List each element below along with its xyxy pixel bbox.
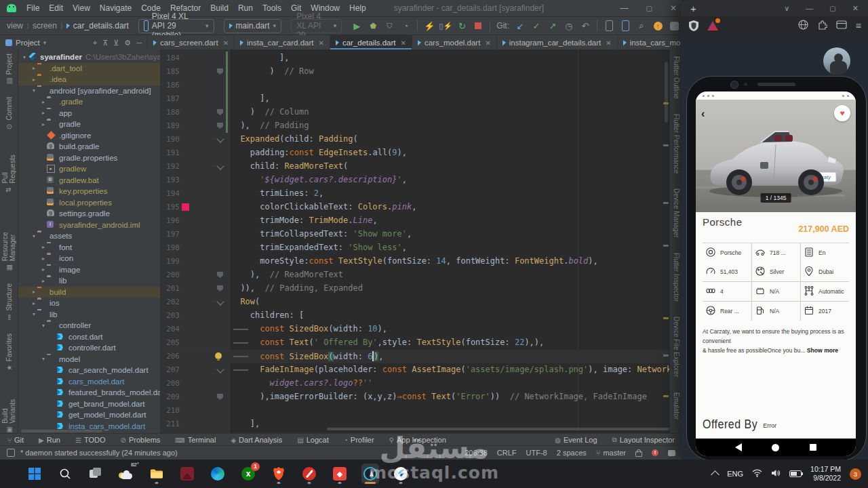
tool-button-profiler[interactable]: ◔Profiler xyxy=(344,436,374,444)
code-line[interactable]: 209),imageErrorBuilder: (x,y,z)⇒const Te… xyxy=(161,390,669,404)
project-tree-item[interactable]: ▾assets xyxy=(18,230,160,242)
hot-reload-button[interactable]: ⚡ xyxy=(422,19,437,33)
code-line[interactable]: 196trimMode: TrimMode.Line, xyxy=(161,214,669,228)
brave-browser-icon[interactable] xyxy=(270,464,288,484)
lock-icon[interactable] xyxy=(635,451,642,457)
editor-tab[interactable]: car_details.dart✕ xyxy=(330,35,412,50)
git-update-button[interactable]: ↙ xyxy=(513,19,528,33)
project-tree-item[interactable]: ⚙gradlew.bat xyxy=(18,175,160,186)
editor-tab[interactable]: insta_cars_model.dart✕ xyxy=(618,35,682,50)
project-tree-item[interactable]: ▾controller xyxy=(18,320,160,331)
tray-expand-icon[interactable] xyxy=(711,470,719,479)
device-selector[interactable]: Pixel 4 XL API 29 (mobile)▾ xyxy=(138,19,214,33)
file-explorer-icon[interactable] xyxy=(148,464,165,484)
card-icon[interactable] xyxy=(836,20,847,32)
fold-open-icon[interactable] xyxy=(216,298,224,305)
fold-region-icon[interactable] xyxy=(217,109,223,115)
menu-edit[interactable]: Edit xyxy=(44,3,68,13)
editor-tab[interactable]: cars_screen.dart✕ xyxy=(148,35,235,50)
fold-region-icon[interactable] xyxy=(217,123,223,129)
project-tree-item[interactable]: .gitignore xyxy=(18,130,160,142)
update-notification-icon[interactable]: ↑ xyxy=(650,19,665,33)
code-line[interactable]: 187], xyxy=(161,92,669,106)
indent-setting[interactable]: 2 spaces xyxy=(557,449,587,457)
puzzle-extensions-icon[interactable] xyxy=(817,20,827,33)
project-tree-item[interactable]: get_brand_model.dart xyxy=(18,399,160,410)
editor-tab[interactable]: insta_car_card.dart✕ xyxy=(235,35,330,50)
code-line[interactable]: 185) // Row xyxy=(161,65,669,79)
tool-strip-pull-requests[interactable]: ⇅Pull Requests xyxy=(1,143,16,194)
avatar[interactable] xyxy=(667,19,682,33)
code-line[interactable]: 186 xyxy=(161,79,669,92)
project-tree-item[interactable]: controller.dart xyxy=(18,342,160,354)
menu-navigate[interactable]: Navigate xyxy=(95,3,136,13)
notification-count-badge[interactable]: 3 xyxy=(850,468,861,480)
code-line[interactable]: 200), // ReadMoreText xyxy=(161,268,669,282)
code-line[interactable]: 210 xyxy=(161,404,669,418)
code-line[interactable]: 197trimCollapsedText: 'Show more', xyxy=(161,228,669,241)
target-device-selector[interactable]: Pixel 4 XL API 29▾ xyxy=(291,19,342,33)
editor-tab[interactable]: instagram_car_details.dart✕ xyxy=(497,35,618,50)
photos-app-icon[interactable] xyxy=(178,464,196,484)
nav-home-button[interactable] xyxy=(772,444,779,451)
project-tree-item[interactable]: ▸.idea xyxy=(18,74,160,85)
tool-strip-resource-manager[interactable]: ▦Resource Manager xyxy=(1,205,16,271)
tool-strip-flutter-inspector[interactable]: Flutter Inspector xyxy=(673,253,680,302)
project-tree-item[interactable]: ▸icon xyxy=(18,253,160,264)
device-manager-button[interactable] xyxy=(601,19,616,33)
code-line[interactable]: 207FadeInImage(placeholder: const AssetI… xyxy=(161,363,669,377)
search-everywhere-button[interactable]: ⌕ xyxy=(634,19,649,33)
rollback-button[interactable]: ↶ xyxy=(578,19,593,33)
tool-strip-flutter-outline[interactable]: Flutter Outline xyxy=(673,56,680,99)
emu-close-button[interactable]: ✕ xyxy=(852,4,859,13)
tool-button-git[interactable]: ⑂Git xyxy=(7,436,24,444)
project-tree-item[interactable]: get_model_model.dart xyxy=(18,409,160,421)
edge-browser-icon[interactable] xyxy=(209,464,226,484)
project-mode-selector[interactable]: Project xyxy=(16,39,40,47)
run-button[interactable]: ▶ xyxy=(349,19,364,33)
chevron-down-icon[interactable]: ∨ xyxy=(784,4,789,13)
tool-strip-device-manager[interactable]: Device Manager xyxy=(673,188,680,238)
project-tree-item[interactable]: local.properties xyxy=(18,197,160,209)
menu-hamburger-icon[interactable]: ≡ xyxy=(856,20,861,31)
tool-strip-flutter-performance[interactable]: Flutter Performance xyxy=(673,114,680,174)
debug-button[interactable]: ⬟ xyxy=(366,19,380,33)
project-tree-item[interactable]: ▸image xyxy=(18,264,160,276)
project-tree-item[interactable]: ▸font xyxy=(18,242,160,253)
git-push-button[interactable]: ↗ xyxy=(545,19,560,33)
project-tree-item[interactable]: key.properties xyxy=(18,186,160,197)
tool-button-layout-inspector[interactable]: ⧉Layout Inspector xyxy=(612,436,675,444)
battery-icon[interactable] xyxy=(789,470,802,477)
fold-region-icon[interactable] xyxy=(217,394,223,400)
menu-build[interactable]: Build xyxy=(205,3,233,13)
code-line[interactable]: 191padding:const EdgeInsets.all(9), xyxy=(161,146,669,160)
tool-button-todo[interactable]: ☰TODO xyxy=(75,436,106,444)
xbox-icon[interactable]: x1 xyxy=(239,464,257,484)
favorite-heart-icon[interactable]: ♥ xyxy=(834,105,850,121)
fold-open-icon[interactable] xyxy=(216,162,224,169)
editor-vscrollbar[interactable] xyxy=(665,62,668,123)
close-button[interactable]: ✕ xyxy=(670,3,677,13)
android-studio-taskbar-icon[interactable] xyxy=(361,464,379,484)
profile-button[interactable]: ⛉ xyxy=(382,19,397,33)
clock[interactable]: 10:17 PM9/8/2022 xyxy=(810,465,841,483)
show-more-link[interactable]: Show more xyxy=(807,347,838,354)
dev-app-icon[interactable]: ◆ xyxy=(331,464,349,484)
menu-run[interactable]: Run xyxy=(233,3,258,13)
tool-button-run[interactable]: ▶Run xyxy=(39,436,60,444)
code-line[interactable]: 206const SizedBox(width: 6), xyxy=(161,350,669,363)
notifications-icon[interactable] xyxy=(668,450,675,456)
project-tree-item[interactable]: ▸.gradle xyxy=(18,96,160,108)
menu-tools[interactable]: Tools xyxy=(258,3,286,13)
fold-region-icon[interactable] xyxy=(217,68,223,75)
back-arrow-icon[interactable]: ‹ xyxy=(701,108,705,120)
fold-open-icon[interactable] xyxy=(216,365,224,373)
file-encoding[interactable]: UTF-8 xyxy=(526,449,547,457)
fold-region-icon[interactable] xyxy=(217,285,223,291)
close-tab-icon[interactable]: ✕ xyxy=(485,39,490,47)
maximize-button[interactable]: ▢ xyxy=(646,5,652,12)
project-tree-item[interactable]: ▸build xyxy=(18,287,160,298)
emu-maximize-button[interactable]: ▢ xyxy=(829,5,835,12)
code-line[interactable]: 198trimExpandedText: 'Show less', xyxy=(161,241,669,255)
run-config-selector[interactable]: main.dart▾ xyxy=(224,19,282,33)
